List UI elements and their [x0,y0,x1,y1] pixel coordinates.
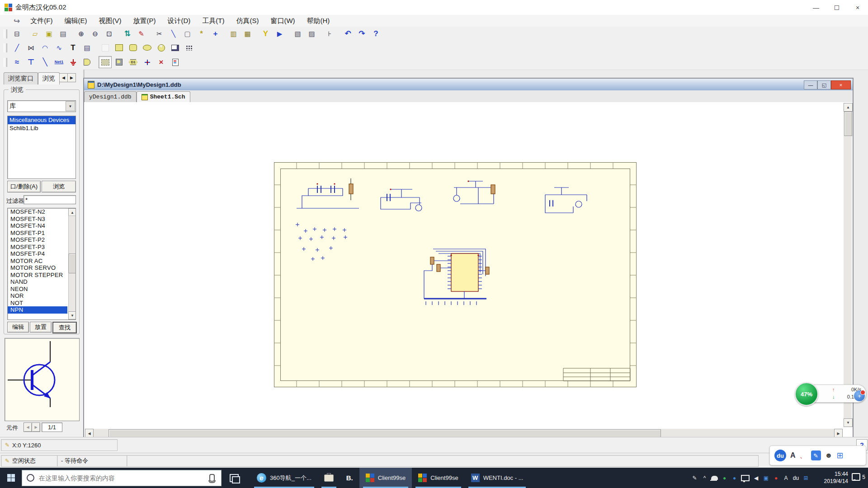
bezier-icon[interactable]: ∿ [52,42,66,54]
scrollbar-thumb[interactable] [844,112,852,136]
edit-component-button[interactable]: 编辑 [7,322,29,333]
library-list[interactable]: Miscellaneous DevicesSchlib1.Lib [7,116,76,179]
baidu-du-icon[interactable]: du [793,475,799,481]
hierarchy-updown-icon[interactable]: ⇅ [121,28,134,40]
task-view-icon[interactable] [230,474,239,482]
ime-edit-icon[interactable]: ✎ [811,450,821,460]
action-center-button[interactable]: 5 [852,473,865,481]
sheet-symbol-icon[interactable] [99,56,112,68]
library-item[interactable]: Miscellaneous Devices [8,116,75,124]
taskbar-window-button[interactable] [318,468,340,488]
speed-monitor-widget[interactable]: ↑ 0K/s ↓ 0.1K/s + 47% [795,382,866,404]
combo-dropdown-icon[interactable]: ▼ [66,101,75,111]
taskbar-search[interactable] [22,470,222,486]
component-item[interactable]: MOSFET-P3 [8,244,67,251]
component-item[interactable]: MOSFET-N2 [8,208,67,216]
deselect-icon[interactable]: * [195,28,208,40]
taskbar-clock[interactable]: 15:44 2019/4/14 [824,470,848,485]
toolbar-grip[interactable] [4,58,7,67]
bus-icon[interactable]: ⊤ [24,56,38,68]
ground-icon[interactable] [66,56,80,68]
wrench-icon[interactable]: Y [259,28,272,40]
scroll-down-icon[interactable]: ▼ [844,418,853,427]
component-item[interactable]: MOTOR SERVO [8,264,67,272]
letter-a-icon[interactable]: A [783,475,789,481]
separator-button[interactable] [99,42,112,54]
close-button[interactable]: × [847,0,868,15]
mdi-minimize-button[interactable]: — [804,80,817,89]
polygon-icon[interactable]: ⋈ [24,42,38,54]
select-area-icon[interactable]: ▢ [181,28,194,40]
mdi-close-button[interactable]: × [831,80,851,89]
chevron-up-icon[interactable]: ^ [701,475,708,481]
line-icon[interactable]: ╱ [10,42,24,54]
text-frame-icon[interactable]: ▤ [80,42,94,54]
menu-item[interactable]: 编辑(E) [58,17,93,24]
ime-toolbar[interactable]: du A 、 ✎ ☻ ⊞ [769,446,866,465]
taskbar-window-button[interactable]: B. [340,468,359,488]
redraw-icon[interactable]: ✎ [135,28,148,40]
taskbar-window-button[interactable]: WWENTI.doc - ... [465,468,530,488]
add-remove-button[interactable]: 口/删除(A) [7,181,41,192]
component-item[interactable]: MOSFET-P1 [8,230,67,237]
toolbar-grip[interactable] [4,43,7,52]
scrollbar-thumb[interactable] [108,429,661,437]
menu-item[interactable]: 文件(F) [24,17,58,24]
component-item[interactable]: NPN [8,306,67,314]
bell-icon[interactable] [711,476,718,480]
pen-input-icon[interactable]: ✎ [691,475,698,481]
tab-mydesign-ddb[interactable]: yDesign1.ddb [84,91,137,102]
round-rectangle-icon[interactable] [127,42,140,54]
filter-input[interactable] [24,195,76,204]
move-icon[interactable]: + [209,28,222,40]
cut-icon[interactable]: ✂ [153,28,166,40]
mic-icon[interactable] [209,474,215,482]
mdi-restore-button[interactable]: ◱ [817,80,831,89]
wire-icon[interactable]: ≈ [10,56,24,68]
schematic-sheet[interactable] [274,162,637,387]
bus-entry-icon[interactable]: ╲ [38,56,52,68]
browse-library-icon[interactable]: ▥ [227,28,240,40]
net-label-icon[interactable]: Net1 [52,56,66,68]
display-icon[interactable] [741,475,750,481]
blue-status-icon[interactable]: ● [731,475,738,481]
component-item[interactable]: MOSFET-N4 [8,222,67,230]
zoom-in-icon[interactable]: ⊕ [75,28,88,40]
baidu-ime-logo[interactable]: du [774,450,786,461]
component-item[interactable]: NEON [8,286,67,293]
simulate-setup-icon[interactable]: ▨ [305,28,318,40]
menu-item[interactable]: 设计(D) [161,17,196,24]
maximize-button[interactable]: ☐ [826,0,847,15]
component-item[interactable]: MOSFET-N3 [8,216,67,223]
menu-item[interactable]: 视图(V) [93,17,127,24]
menu-item[interactable]: 工具(T) [196,17,230,24]
junction-icon[interactable] [141,56,154,68]
library-item[interactable]: Schlib1.Lib [8,124,75,132]
ellipse-icon[interactable] [141,42,154,54]
place-component-button[interactable]: 放置 [30,322,52,333]
taskbar-window-button[interactable]: e360导航_一个... [250,468,318,488]
component-item[interactable]: NAND [8,278,67,286]
toolbar-grip[interactable] [4,29,7,38]
taskbar-window-button[interactable]: Client99se [359,468,412,488]
component-list[interactable]: MOSFET-N2MOSFET-N3MOSFET-N4MOSFET-P1MOSF… [8,208,67,314]
zoom-document-icon[interactable]: ⊡ [103,28,116,40]
tab-scroll-right-icon[interactable]: ▶ [67,73,76,82]
component-list-scrollbar[interactable]: ▲ ▼ [68,208,75,319]
ime-punctuation-icon[interactable]: 、 [800,451,807,460]
search-input[interactable] [38,474,206,482]
horizontal-scrollbar[interactable]: ◀ ▶ [85,429,843,437]
tab-scroll-left-icon[interactable]: ◀ [59,73,68,82]
probe-icon[interactable]: ⊦ [323,28,336,40]
draw-line-icon[interactable]: ╲ [167,28,180,40]
system-menu-icon[interactable]: ↪ [14,16,20,26]
tab-browse-window[interactable]: 浏览窗口 [4,72,38,84]
pie-chart-icon[interactable] [155,42,168,54]
zoom-out-icon[interactable]: ⊖ [89,28,102,40]
component-item[interactable]: NOR [8,292,67,300]
component-item[interactable]: MOTOR STEPPER [8,272,67,279]
green-status-icon[interactable]: ● [721,475,728,481]
grid-icon[interactable]: ⊞ [802,475,809,481]
library-manager-icon[interactable]: ▦ [241,28,254,40]
part-next-icon[interactable]: ▶ [32,422,40,432]
